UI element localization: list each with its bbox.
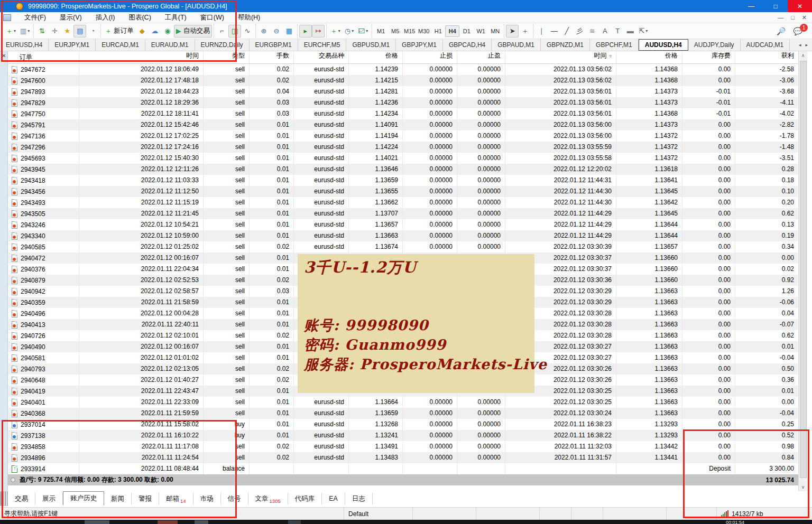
- timeframe-h1-button[interactable]: H1: [431, 25, 445, 37]
- table-row[interactable]: 29478932022.01.12 18:44:23sell0.04eurusd…: [8, 86, 798, 97]
- col-profit[interactable]: 获利: [735, 51, 798, 63]
- table-row[interactable]: 29471362022.01.12 17:02:25sell0.01eurusd…: [8, 130, 798, 142]
- table-row[interactable]: 29434182022.01.12 11:03:33sell0.01eurusd…: [8, 175, 798, 186]
- dropdown-caret-icon[interactable]: ▾: [27, 29, 30, 33]
- table-row[interactable]: 29457912022.01.12 15:42:46sell0.01eurusd…: [8, 119, 798, 130]
- zoom-in-button[interactable]: ⊕: [257, 25, 270, 38]
- table-row[interactable]: 29476722022.01.12 18:06:49sell0.02eurusd…: [8, 64, 798, 75]
- table-row[interactable]: 29348582022.01.11 11:17:08sell0.02eurusd…: [8, 441, 798, 452]
- timeframe-m5-button[interactable]: M5: [388, 25, 402, 37]
- timeframe-m30-button[interactable]: M30: [417, 25, 431, 37]
- dropdown-caret-icon[interactable]: ▾: [366, 29, 368, 33]
- new-order-button[interactable]: ＋新订单: [103, 25, 136, 38]
- table-row[interactable]: 29433402022.01.12 10:59:00sell0.01eurusd…: [8, 230, 798, 241]
- market-watch-button[interactable]: ⇅: [35, 25, 48, 38]
- table-row[interactable]: 29434932022.01.12 11:15:19sell0.01eurusd…: [8, 197, 798, 208]
- hline-button[interactable]: —: [548, 25, 560, 38]
- col-open-time[interactable]: 时间: [79, 51, 204, 63]
- quotes-button[interactable]: ◆: [136, 25, 149, 38]
- table-row[interactable]: 29435052022.01.12 11:21:45sell0.01eurusd…: [8, 208, 798, 219]
- table-row[interactable]: 29371382022.01.11 16:10:22buy0.01eurusd-…: [8, 430, 798, 441]
- scroll-down-icon[interactable]: ∨: [799, 484, 807, 490]
- col-type[interactable]: 类型: [204, 51, 250, 63]
- chart-tab-audjpy[interactable]: AUDJPY,Daily: [688, 39, 741, 51]
- profiles-button[interactable]: ▥▾: [18, 25, 32, 38]
- toolbox-tab-文章[interactable]: 文章1305: [248, 493, 288, 504]
- table-row[interactable]: 29348962022.01.11 11:24:54sell0.02eurusd…: [8, 452, 798, 463]
- chart-tab-audusd[interactable]: AUDUSD,H4: [639, 39, 688, 51]
- arrows-button[interactable]: ⇱▾: [636, 25, 650, 38]
- toolbox-tab-展示[interactable]: 展示: [35, 493, 63, 504]
- indicators-button[interactable]: ＋▾: [328, 25, 343, 38]
- taskbar-item[interactable]: [85, 520, 109, 524]
- tab-scroll-right-icon[interactable]: ▸: [805, 42, 808, 48]
- table-row[interactable]: 29339142022.01.11 08:48:44balanceDeposit…: [8, 463, 798, 474]
- text-button[interactable]: A: [598, 25, 611, 38]
- taskbar-item[interactable]: [195, 520, 208, 524]
- dropdown-caret-icon[interactable]: ▾: [352, 29, 354, 33]
- mdi-close-button[interactable]: ✕: [802, 14, 807, 21]
- status-profile[interactable]: Default: [344, 508, 413, 520]
- maximize-button[interactable]: □: [763, 0, 788, 12]
- col-close-price[interactable]: 价格: [616, 51, 682, 63]
- label-button[interactable]: T: [611, 25, 624, 38]
- dropdown-caret-icon[interactable]: ▾: [14, 29, 16, 33]
- data-window-button[interactable]: ✛: [48, 25, 61, 38]
- shapes-button[interactable]: ▬: [624, 25, 636, 38]
- toolbox-tab-邮箱[interactable]: 邮箱14: [159, 493, 193, 504]
- zoom-out-button[interactable]: ⊖: [270, 25, 283, 38]
- toolbox-tab-警报[interactable]: 警报: [132, 493, 159, 504]
- toolbox-tab-信号[interactable]: 信号: [221, 493, 248, 504]
- candlestick-button[interactable]: ◫: [228, 25, 241, 38]
- fibonacci-button[interactable]: ≋: [586, 25, 598, 38]
- menu-item-2[interactable]: 插入(I): [89, 12, 122, 23]
- col-symbol[interactable]: 交易品种: [294, 51, 349, 63]
- toolbox-tab-代码库[interactable]: 代码库: [288, 493, 322, 504]
- table-row[interactable]: 29477502022.01.12 18:11:41sell0.03eurusd…: [8, 108, 798, 119]
- chart-tab-eurnzd[interactable]: EURNZD,Daily: [195, 39, 250, 51]
- chart-tab-eurchf[interactable]: EURCHF,M5: [298, 39, 347, 51]
- periods-button[interactable]: ◷▾: [343, 25, 356, 38]
- taskbar-item[interactable]: [288, 520, 301, 524]
- crosshair-button[interactable]: ＋: [519, 25, 531, 38]
- timeframe-mn-button[interactable]: MN: [488, 25, 502, 37]
- menu-item-6[interactable]: 帮助(H): [231, 12, 267, 23]
- col-tp[interactable]: 止盈: [457, 51, 505, 63]
- strategy-tester-button[interactable]: ◔: [86, 25, 99, 38]
- vline-button[interactable]: ｜: [535, 25, 548, 38]
- toolbox-grip-icon[interactable]: [0, 491, 8, 506]
- timeframe-h4-button[interactable]: H4: [445, 25, 459, 37]
- table-row[interactable]: 29404012022.01.11 22:33:09sell0.01eurusd…: [8, 397, 798, 408]
- menu-item-0[interactable]: 文件(F): [17, 12, 53, 23]
- new-chart-button[interactable]: ＋▾: [4, 25, 18, 38]
- chart-tab-gbpcad[interactable]: GBPCAD,H4: [443, 39, 492, 51]
- table-row[interactable]: 29472962022.01.12 17:24:16sell0.01eurusd…: [8, 142, 798, 153]
- col-open-price[interactable]: 价格: [349, 51, 403, 63]
- chart-tab-eurjpy[interactable]: EURJPY,M1: [49, 39, 96, 51]
- timeframe-w1-button[interactable]: W1: [474, 25, 488, 37]
- scroll-up-icon[interactable]: ∧: [799, 53, 807, 58]
- table-row[interactable]: 29370142022.01.11 15:58:02buy0.01eurusd-…: [8, 419, 798, 430]
- trendline-button[interactable]: ╱: [560, 25, 573, 38]
- mdi-restore-button[interactable]: □: [791, 14, 795, 21]
- table-row[interactable]: 29432462022.01.12 10:54:21sell0.01eurusd…: [8, 219, 798, 230]
- col-lots[interactable]: 手数: [250, 51, 294, 63]
- chat-icon[interactable]: 💬 1: [793, 27, 802, 35]
- table-row[interactable]: 29434562022.01.12 11:12:50sell0.01eurusd…: [8, 186, 798, 197]
- menu-item-3[interactable]: 图表(C): [122, 12, 158, 23]
- line-chart-button[interactable]: ∿: [241, 25, 254, 38]
- metaeditor-button[interactable]: ☁: [149, 25, 161, 38]
- chart-tab-eurusd[interactable]: EURUSD,H4: [0, 39, 49, 51]
- close-button[interactable]: ✕: [788, 0, 812, 12]
- toolbox-tab-交易[interactable]: 交易: [8, 493, 35, 504]
- toolbox-tab-EA[interactable]: EA: [322, 493, 345, 504]
- chart-shift-button[interactable]: ↦: [312, 25, 325, 38]
- toolbox-tab-市场[interactable]: 市场: [193, 493, 221, 504]
- chart-tab-gbpchf[interactable]: GBPCHF,M1: [590, 39, 639, 51]
- table-row[interactable]: 29478292022.01.12 18:29:36sell0.03eurusd…: [8, 97, 798, 108]
- bar-chart-button[interactable]: ⌐: [216, 25, 228, 38]
- table-row[interactable]: 29476002022.01.12 17:48:18sell0.02eurusd…: [8, 75, 798, 86]
- table-row[interactable]: 29405852022.01.12 01:25:02sell0.02eurusd…: [8, 241, 798, 252]
- chart-tab-gbpusd[interactable]: GBPUSD,M1: [346, 39, 396, 51]
- menu-item-4[interactable]: 工具(T): [158, 12, 193, 23]
